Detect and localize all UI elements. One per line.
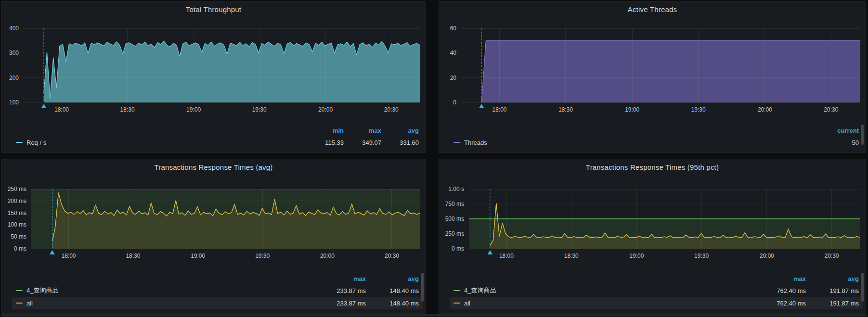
legend-series-label[interactable]: all (26, 300, 33, 307)
y-axis: 6040200 (439, 28, 461, 102)
series-color-dash-icon (453, 303, 460, 304)
legend-header-row: maxavg (12, 273, 423, 284)
legend-series-label[interactable]: Req / s (26, 139, 46, 146)
legend-scrollbar-thumb[interactable] (421, 273, 424, 302)
x-axis-tick-label: 20:30 (824, 106, 838, 113)
chart-area: 1.00 s750 ms500 ms250 ms0 ms (439, 189, 866, 249)
panel-title[interactable]: Active Threads (439, 1, 866, 17)
legend-row: all233.87 ms148.40 ms (12, 297, 423, 309)
horizontal-scrollbar[interactable] (1, 314, 867, 317)
legend-row: 4_查询商品233.87 ms148.40 ms (12, 284, 423, 297)
legend-scrollbar-thumb[interactable] (861, 125, 864, 145)
legend-column-header[interactable]: max (313, 275, 366, 282)
panel-total-throughput: Total Throughput 400300200100 18:0018:30… (1, 1, 426, 153)
x-axis-tick-label: 19:30 (691, 106, 706, 113)
x-axis: 18:0018:3019:0019:3020:0020:30 (24, 102, 420, 115)
legend-scrollbar-thumb[interactable] (861, 273, 864, 302)
x-axis-tick-label: 19:30 (255, 253, 270, 259)
series-color-dash-icon (453, 290, 460, 291)
legend-value: 233.87 ms (313, 287, 366, 294)
y-axis-tick-label: 60 (450, 25, 456, 32)
legend-value: 191.87 ms (806, 287, 859, 294)
legend: maxavg4_查询商品233.87 ms148.40 msall233.87 … (1, 273, 426, 313)
legend-column-header[interactable]: max (753, 275, 806, 282)
panel-title[interactable]: Total Throughput (1, 1, 426, 17)
x-axis-tick-label: 18:30 (120, 106, 135, 113)
y-axis: 400300200100 (1, 28, 24, 102)
y-axis-tick-label: 100 (9, 99, 19, 106)
x-axis-tick-label: 18:00 (61, 253, 76, 259)
plot-canvas[interactable] (461, 28, 860, 102)
legend-value: 115.33 (306, 139, 344, 146)
chart-area: 250 ms200 ms150 ms100 ms50 ms0 ms (1, 189, 426, 249)
x-axis-tick-label: 20:30 (384, 106, 399, 113)
x-axis-tick-label: 18:30 (558, 106, 573, 113)
plot-canvas[interactable] (469, 189, 860, 249)
x-axis: 18:0018:3019:0019:3020:0020:30 (461, 102, 860, 115)
x-axis-tick-label: 20:00 (758, 106, 772, 113)
legend-value: 331.60 (381, 139, 419, 146)
y-axis-tick-label: 100 ms (8, 221, 26, 228)
series-color-dash-icon (16, 290, 23, 291)
legend-column-header[interactable]: min (306, 127, 344, 134)
legend-series-label[interactable]: 4_查询商品 (26, 286, 58, 295)
legend-row: Threads50 (450, 136, 863, 149)
legend-column-header[interactable]: current (825, 127, 859, 134)
panel-title[interactable]: Transactions Response Times (95th pct) (439, 159, 866, 175)
panel-title[interactable]: Transactions Response Times (avg) (1, 159, 426, 175)
plot-region[interactable] (24, 28, 420, 102)
y-axis-tick-label: 150 ms (8, 209, 26, 217)
plot-canvas[interactable] (31, 189, 420, 249)
x-axis-tick-label: 18:00 (54, 106, 69, 113)
x-axis: 18:0018:3019:0019:3020:0020:30 (31, 249, 420, 261)
y-axis-tick-label: 20 (450, 74, 456, 82)
x-axis-tick-label: 20:30 (385, 253, 399, 259)
y-axis-tick-label: 500 ms (445, 215, 464, 223)
legend-series-label[interactable]: 4_查询商品 (464, 286, 496, 295)
chart-area: 400300200100 (1, 28, 426, 102)
series-area-fill (44, 41, 420, 102)
plot-region[interactable] (469, 189, 860, 249)
legend: maxavg4_查询商品762.40 ms191.87 msall762.40 … (439, 273, 866, 313)
y-axis-tick-label: 0 ms (452, 245, 464, 253)
x-axis-tick-label: 19:00 (625, 106, 639, 113)
x-axis: 18:0018:3019:0019:3020:0020:30 (469, 249, 860, 261)
panel-response-times-95th: Transactions Response Times (95th pct) 1… (439, 159, 866, 314)
x-axis-tick-label: 18:00 (499, 253, 514, 259)
chart-area: 6040200 (439, 28, 866, 102)
legend: currentThreads50 (439, 125, 866, 152)
x-axis-tick-label: 19:00 (186, 106, 201, 113)
x-axis-tick-label: 20:00 (760, 253, 774, 259)
plot-canvas[interactable] (24, 28, 420, 102)
x-axis-tick-label: 19:30 (694, 253, 709, 259)
grafana-dashboard: Total Throughput 400300200100 18:0018:30… (0, 0, 868, 317)
legend-header-row: maxavg (450, 273, 863, 284)
x-axis-tick-label: 18:30 (126, 253, 140, 259)
legend-column-header[interactable]: avg (366, 275, 419, 282)
x-axis-tick-label: 20:00 (318, 106, 333, 113)
legend-column-header[interactable]: max (344, 127, 381, 134)
legend-value: 148.40 ms (366, 287, 419, 294)
plot-region[interactable] (31, 189, 420, 249)
y-axis-tick-label: 1.00 s (448, 185, 464, 193)
series-color-dash-icon (16, 303, 23, 304)
plot-region[interactable] (461, 28, 860, 102)
y-axis-tick-label: 200 ms (8, 197, 26, 205)
series-area-fill (481, 41, 860, 102)
legend-series-label[interactable]: all (464, 300, 470, 307)
legend-series-label[interactable]: Threads (464, 139, 487, 146)
legend-value: 762.40 ms (753, 300, 806, 307)
y-axis-tick-label: 300 (9, 49, 19, 57)
legend-column-header[interactable]: avg (806, 275, 859, 282)
y-axis-tick-label: 250 ms (445, 230, 464, 238)
x-axis-tick-label: 20:00 (320, 253, 335, 259)
x-axis-tick-label: 18:00 (492, 106, 506, 113)
y-axis-tick-label: 250 ms (8, 185, 26, 193)
legend-column-header[interactable]: avg (381, 127, 419, 134)
y-axis-tick-label: 400 (9, 25, 19, 32)
y-axis-tick-label: 200 (9, 74, 19, 82)
series-color-dash-icon (16, 142, 23, 143)
legend-value: 349.07 (344, 139, 381, 146)
legend-value: 762.40 ms (753, 287, 806, 294)
x-axis-tick-label: 20:30 (825, 253, 839, 259)
